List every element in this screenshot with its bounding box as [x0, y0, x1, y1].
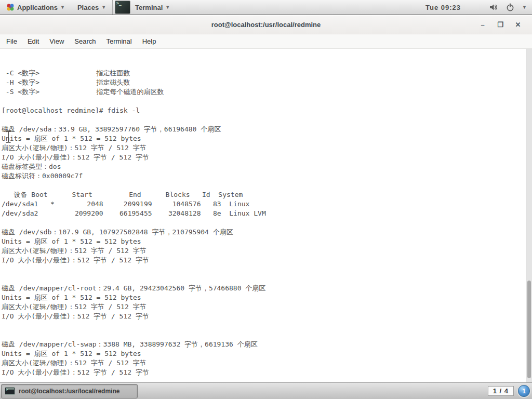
close-button[interactable]: ✕ [511, 19, 525, 31]
terminal-icon [5, 387, 15, 395]
active-app-menu-terminal[interactable]: Terminal ▼ [112, 0, 176, 15]
workspace-switcher[interactable]: 1 / 4 [488, 386, 514, 396]
menu-search[interactable]: Search [69, 34, 101, 48]
ibeam-text-cursor-icon [5, 130, 12, 143]
taskbar-right-area: 1 / 4 1 [488, 385, 532, 397]
speaker-icon[interactable] [489, 3, 498, 12]
maximize-button[interactable]: ❐ [494, 19, 507, 31]
chevron-down-icon: ▼ [60, 5, 65, 10]
window-title: root@localhost:/usr/local/redmine [0, 21, 532, 29]
active-app-label: Terminal [135, 4, 163, 11]
terminal-scrollbar[interactable] [526, 49, 532, 382]
places-label: Places [77, 4, 99, 11]
chevron-down-icon: ▼ [101, 5, 106, 10]
terminal-scrollback: -C <数字> 指定柱面数 -H <数字> 指定磁头数 -S <数字> 指定每个… [2, 69, 524, 377]
top-panel: Applications ▼ Places ▼ Terminal ▼ Tue 0… [0, 0, 532, 15]
applications-icon [6, 3, 15, 11]
terminal-icon [115, 1, 130, 14]
notification-badge[interactable]: 1 [518, 385, 530, 397]
menu-help[interactable]: Help [137, 34, 162, 48]
terminal-viewport[interactable]: -C <数字> 指定柱面数 -H <数字> 指定磁头数 -S <数字> 指定每个… [0, 49, 532, 382]
chevron-down-icon[interactable]: ▼ [522, 5, 527, 10]
scrollbar-thumb[interactable] [527, 281, 531, 378]
menu-file[interactable]: File [0, 34, 22, 48]
menu-edit[interactable]: Edit [22, 34, 44, 48]
bottom-taskbar: root@localhost:/usr/local/redmine 1 / 4 … [0, 382, 532, 399]
chevron-down-icon: ▼ [165, 5, 170, 10]
power-icon[interactable] [506, 3, 515, 12]
applications-label: Applications [17, 4, 58, 11]
window-controls: – ❐ ✕ [476, 19, 532, 31]
applications-menu[interactable]: Applications ▼ [0, 0, 71, 15]
panel-status-area: Tue 09:23 ▼ [425, 3, 532, 12]
window-titlebar[interactable]: root@localhost:/usr/local/redmine – ❐ ✕ [0, 16, 532, 34]
taskbar-window-label: root@localhost:/usr/local/redmine [19, 388, 119, 395]
taskbar-window-button[interactable]: root@localhost:/usr/local/redmine [1, 384, 138, 398]
minimize-button[interactable]: – [476, 19, 489, 31]
terminal-window: root@localhost:/usr/local/redmine – ❐ ✕ … [0, 16, 532, 382]
terminal-output: -C <数字> 指定柱面数 -H <数字> 指定磁头数 -S <数字> 指定每个… [2, 50, 524, 382]
terminal-menubar: File Edit View Search Terminal Help [0, 34, 532, 49]
menu-view[interactable]: View [44, 34, 69, 48]
places-menu[interactable]: Places ▼ [71, 0, 112, 15]
clock[interactable]: Tue 09:23 [425, 4, 461, 11]
menu-terminal[interactable]: Terminal [101, 34, 137, 48]
